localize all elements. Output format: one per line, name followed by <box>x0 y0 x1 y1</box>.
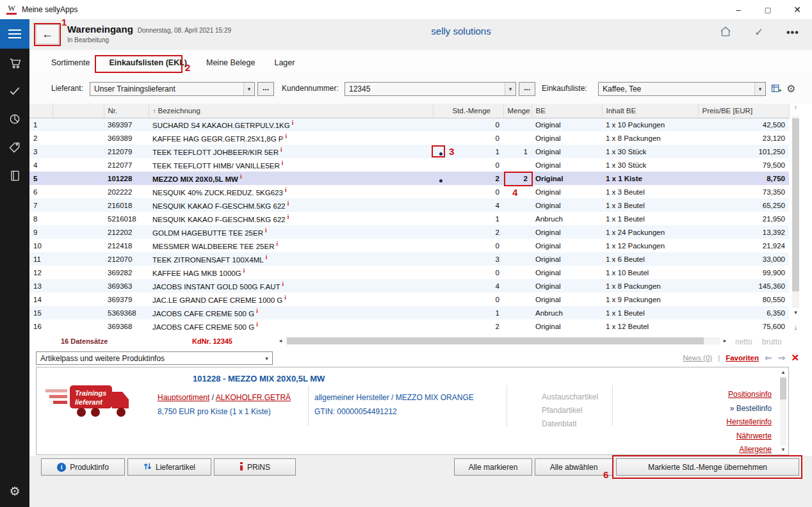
panel-scroll-up-icon[interactable]: ▲ <box>779 369 788 375</box>
cell-menge[interactable] <box>503 266 532 279</box>
tab-lager[interactable]: Lager <box>274 58 295 67</box>
cell-menge[interactable] <box>503 252 532 266</box>
table-vertical-scrollbar[interactable]: ↑ ▾ ↓ <box>791 104 800 342</box>
info-icon[interactable]: i <box>288 200 289 207</box>
tab-meine-belege[interactable]: Meine Belege <box>206 58 255 67</box>
info-icon[interactable]: i <box>292 120 294 126</box>
info-icon[interactable]: i <box>240 173 242 180</box>
table-row[interactable]: 7 216018 NESQUIK KAKAO F-GESCHM.5KG 622i… <box>29 198 789 212</box>
table-row[interactable]: 13 369363 JACOBS INSTANT GOLD 500G F.AUT… <box>29 279 789 293</box>
brutto-label[interactable]: brutto <box>762 337 782 346</box>
scroll-down-arrow-icon[interactable]: ▾ <box>791 309 800 316</box>
hscrollbar-track[interactable] <box>286 337 720 344</box>
confirm-check-icon[interactable]: ✓ <box>754 26 763 39</box>
naehrwerte-link[interactable]: Nährwerte <box>726 430 772 444</box>
table-row[interactable]: 6 202222 NESQUIK 40% ZUCK.REDUZ. 5KG623i… <box>29 185 789 198</box>
cell-menge[interactable] <box>503 319 532 333</box>
cell-marker[interactable] <box>433 131 448 145</box>
lieferant-dropdown[interactable]: Unser Trainingslieferant ▾ <box>90 82 255 96</box>
cell-marker[interactable] <box>433 225 448 239</box>
cell-menge[interactable] <box>503 158 532 172</box>
cell-marker[interactable] <box>433 158 448 172</box>
table-horizontal-scrollbar[interactable]: ◂ ▸ <box>275 336 730 346</box>
table-row[interactable]: 11 212070 TEEK ZITRONENSAFT 100X4MLi 3 O… <box>29 252 789 266</box>
prins-button[interactable]: PRiNS <box>214 458 296 476</box>
cell-menge[interactable] <box>503 239 532 252</box>
cell-menge[interactable] <box>503 225 532 239</box>
positionsinfo-link[interactable]: Positionsinfo <box>726 388 772 402</box>
scroll-left-arrow-icon[interactable]: ◂ <box>275 336 286 346</box>
table-row[interactable]: 16 369368 JACOBS CAFE CREME 500 Gi 2 Ori… <box>29 319 789 333</box>
info-icon[interactable]: i <box>284 294 286 301</box>
table-row[interactable]: 12 369282 KAFFEE HAG MKB 1000Gi 0 Origin… <box>29 266 789 279</box>
price-tag-icon[interactable] <box>0 133 29 161</box>
tasks-check-icon[interactable] <box>0 77 29 105</box>
info-icon[interactable]: i <box>282 281 284 287</box>
scroll-to-top-icon[interactable]: ↑ <box>791 104 800 111</box>
info-icon[interactable]: i <box>265 227 267 234</box>
panel-vertical-scrollbar[interactable]: ▲ ▼ <box>779 368 788 454</box>
settings-gear-icon[interactable]: ⚙ <box>0 479 29 503</box>
table-row[interactable]: 1 369397 SUCHARD S4 KAKAOH.GETRPULV.1KGi… <box>29 118 789 131</box>
netto-label[interactable]: netto <box>735 337 752 346</box>
table-row[interactable]: 4 212077 TEEK TEEFLOTT HIMB/ VANILLE5ERi… <box>29 158 789 172</box>
bestellinfo-link[interactable]: » Bestellinfo <box>726 402 772 416</box>
header-preis[interactable]: Preis/BE [EUR] <box>698 104 789 118</box>
cell-menge[interactable] <box>503 212 532 225</box>
header-bezeichnung[interactable]: ↑Bezeichnung <box>149 104 433 118</box>
minimize-button[interactable]: – <box>724 0 753 19</box>
panel-scrollbar-track[interactable] <box>780 376 786 446</box>
close-panel-icon[interactable]: ✕ <box>791 352 799 364</box>
alle-markieren-button[interactable]: Alle markieren <box>454 458 532 476</box>
hscrollbar-thumb[interactable] <box>287 337 704 344</box>
scroll-right-arrow-icon[interactable]: ▸ <box>720 336 730 346</box>
info-icon[interactable]: i <box>280 147 282 153</box>
more-ellipsis-icon[interactable]: ••• <box>786 27 799 38</box>
cell-marker[interactable] <box>433 279 448 293</box>
table-row[interactable]: 15 5369368 JACOBS CAFE CREME 500 Gi 1 An… <box>29 306 789 319</box>
panel-scrollbar-thumb[interactable] <box>780 378 786 399</box>
cell-menge[interactable] <box>503 293 532 306</box>
header-inhalt-be[interactable]: Inhalt BE <box>602 104 698 118</box>
cell-marker[interactable] <box>433 185 448 198</box>
productinfo-dropdown[interactable]: Artikelpass und weitere Produktinfos ▾ <box>36 351 273 365</box>
header-menge[interactable]: Menge <box>503 104 532 118</box>
kundennummer-dropdown[interactable]: 12345 ▾ <box>345 82 516 96</box>
table-row[interactable]: 2 369389 KAFFEE HAG GEGR.GETR.25X1,8G Pi… <box>29 131 789 145</box>
info-icon[interactable]: i <box>256 321 258 328</box>
scrollbar-track[interactable] <box>792 116 799 308</box>
cell-menge[interactable] <box>503 131 532 145</box>
einkaufsliste-dropdown[interactable]: Kaffee, Tee ▾ <box>598 82 766 96</box>
table-row[interactable]: 3 212079 TEEK TEEFLOTT JOHBEER/KIR 5ERi … <box>29 145 789 158</box>
cell-marker[interactable] <box>433 252 448 266</box>
cell-marker[interactable] <box>433 239 448 252</box>
cell-marker[interactable] <box>433 319 448 333</box>
alle-abwaehlen-button[interactable]: Alle abwählen <box>535 458 613 476</box>
table-row[interactable]: 14 369379 JAC.LE GRAND CAFE CREME 1000 G… <box>29 293 789 306</box>
header-nr[interactable]: Nr. <box>104 104 149 118</box>
menu-hamburger-icon[interactable] <box>0 19 29 49</box>
cart-icon[interactable] <box>0 49 29 77</box>
cell-marker[interactable] <box>433 198 448 212</box>
herstellerinfo-link[interactable]: Herstellerinfo <box>726 415 772 430</box>
info-icon[interactable]: i <box>266 254 268 261</box>
news-link[interactable]: News (0) <box>683 354 712 362</box>
cell-marker[interactable] <box>433 212 448 225</box>
header-std-menge[interactable]: Std.-Menge <box>448 104 503 118</box>
cell-menge[interactable] <box>503 198 532 212</box>
info-icon[interactable]: i <box>285 187 287 193</box>
table-row[interactable]: 5 101228 MEZZO MIX 20X0,5L MWi 2 2 Origi… <box>29 172 789 185</box>
info-icon[interactable]: i <box>288 214 289 220</box>
cell-marker[interactable] <box>433 306 448 319</box>
warengruppe-link[interactable]: ALKOHOLFR.GETRÄ <box>216 393 291 402</box>
cell-marker[interactable] <box>433 172 448 185</box>
info-icon[interactable]: i <box>282 160 284 166</box>
table-settings-gear-icon[interactable]: ⚙ <box>786 83 795 95</box>
pie-chart-icon[interactable] <box>0 105 29 133</box>
maximize-button[interactable]: ▢ <box>753 0 783 19</box>
produktinfo-button[interactable]: i Produktinfo <box>41 458 125 476</box>
panel-scroll-down-icon[interactable]: ▼ <box>779 447 788 453</box>
home-icon[interactable] <box>719 26 732 40</box>
table-row[interactable]: 8 5216018 NESQUIK KAKAO F-GESCHM.5KG 622… <box>29 212 789 225</box>
info-icon[interactable]: i <box>276 241 278 247</box>
